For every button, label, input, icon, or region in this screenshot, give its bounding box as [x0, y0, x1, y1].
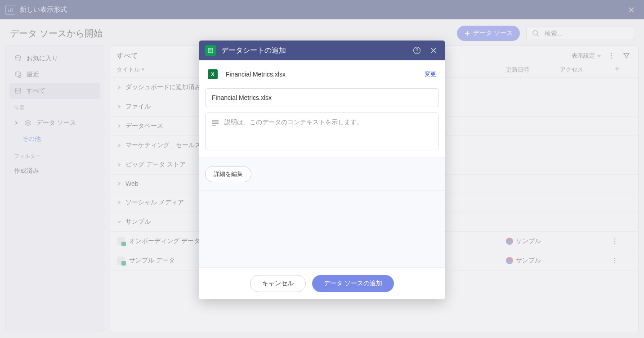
file-info-row: X Financial Metrics.xlsx 変更 — [205, 68, 439, 86]
modal-title: データシートの追加 — [221, 46, 406, 55]
change-file-link[interactable]: 変更 — [425, 70, 436, 78]
description-lines-icon — [212, 118, 219, 126]
svg-point-19 — [416, 52, 417, 53]
detail-section: 詳細を編集 — [199, 158, 445, 191]
datasource-name-input[interactable] — [205, 88, 439, 107]
cancel-button[interactable]: キャンセル — [250, 275, 306, 292]
description-box[interactable] — [205, 113, 439, 150]
excel-icon: X — [208, 69, 218, 79]
edit-details-button[interactable]: 詳細を編集 — [205, 166, 251, 182]
add-datasheet-modal: データシートの追加 X Financial Metrics.xlsx 変更 詳細… — [199, 41, 445, 299]
modal-close-icon[interactable] — [428, 45, 439, 56]
file-name-label: Financial Metrics.xlsx — [226, 71, 416, 78]
modal-footer: キャンセル データ ソースの追加 — [199, 267, 445, 299]
help-icon[interactable] — [411, 45, 423, 56]
description-textarea[interactable] — [224, 118, 432, 133]
modal-header: データシートの追加 — [199, 41, 445, 60]
svg-rect-17 — [208, 48, 213, 53]
modal-spacer — [199, 191, 445, 267]
spreadsheet-icon — [205, 45, 216, 56]
modal-body: X Financial Metrics.xlsx 変更 — [199, 60, 445, 158]
confirm-add-button[interactable]: データ ソースの追加 — [312, 275, 394, 292]
